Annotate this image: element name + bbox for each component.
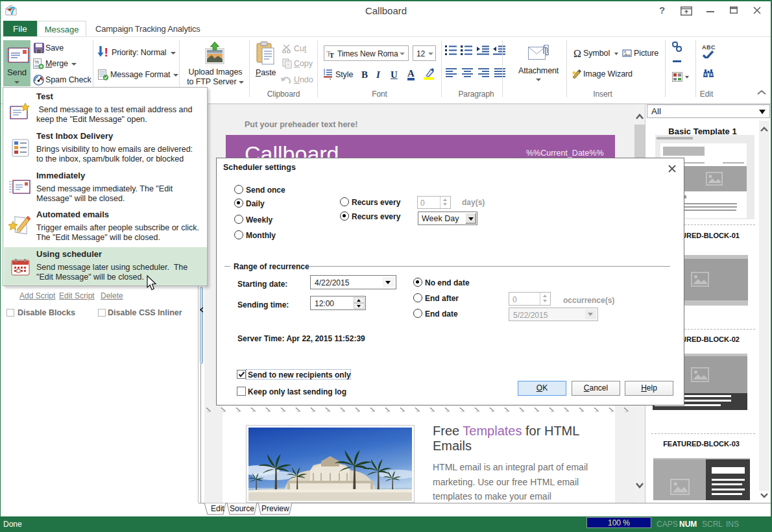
svg-text:Preview: Preview — [261, 504, 289, 513]
svg-text:Source: Source — [230, 504, 254, 513]
svg-text:Edit: Edit — [211, 504, 224, 513]
svg-text:T: T — [330, 52, 334, 58]
svg-text:%: % — [34, 59, 39, 65]
svg-text:!: ! — [104, 45, 108, 59]
